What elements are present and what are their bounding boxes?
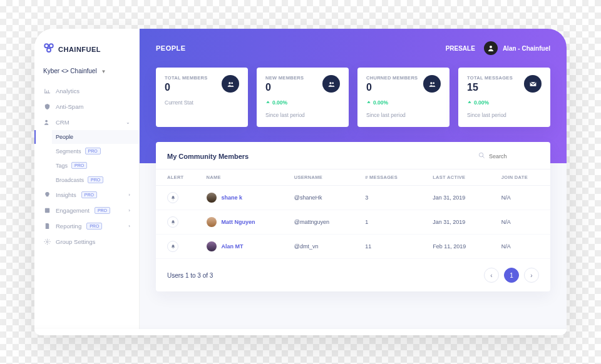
arrow-up-icon [265, 100, 270, 105]
chevron-right-icon: › [128, 208, 130, 213]
member-avatar [207, 241, 217, 251]
bell-icon[interactable] [167, 241, 178, 252]
subnav-tags[interactable]: TagsPRO [52, 158, 139, 173]
svg-rect-4 [44, 208, 49, 213]
nav-label: Group Settings [56, 238, 95, 245]
user-name[interactable]: Alan - Chainfuel [503, 45, 550, 52]
gear-icon [43, 238, 51, 245]
subnav-people[interactable]: People [52, 130, 139, 144]
svg-point-3 [45, 120, 48, 123]
shield-icon [43, 103, 51, 110]
col-alert: ALERT [156, 169, 195, 186]
stat-trend: 0.00% [467, 99, 542, 106]
member-last-active: Jan 31, 2019 [421, 186, 490, 210]
users-icon [222, 75, 239, 93]
chart-icon [43, 88, 51, 94]
page-next-button[interactable]: › [524, 268, 539, 283]
document-icon [43, 223, 51, 230]
nav-label: CRM [56, 119, 69, 126]
member-last-active: Feb 11, 2019 [421, 235, 490, 259]
arrow-up-icon [467, 100, 472, 105]
nav-reporting[interactable]: Reporting PRO › [34, 218, 139, 234]
col-last-active: LAST ACTIVE [421, 169, 490, 186]
member-name[interactable]: Alan MT [222, 243, 244, 250]
nav-engagement[interactable]: Engagement PRO › [34, 203, 139, 218]
subnav-segments[interactable]: SegmentsPRO [52, 144, 139, 158]
pro-badge: PRO [95, 207, 110, 214]
member-username: @dmt_vn [283, 235, 354, 259]
stat-sub: Since last period [467, 112, 542, 118]
members-panel: My Community Members ALERT NAME USERNAME… [156, 142, 550, 291]
stat-label: TOTAL MESSAGES [467, 75, 513, 81]
arrow-up-icon [366, 100, 371, 105]
users-icon [322, 75, 340, 93]
svg-point-0 [44, 44, 48, 48]
svg-point-11 [430, 82, 432, 84]
col-username: USERNAME [283, 169, 354, 186]
member-messages: 11 [354, 235, 421, 259]
sidebar: CHAINFUEL Kyber <> Chainfuel ▼ Analytics… [34, 29, 140, 335]
stat-value: 0 [165, 82, 208, 93]
stats-row: TOTAL MEMBERS 0 Current Stat NEW MEMBERS… [140, 68, 567, 127]
bell-icon[interactable] [167, 216, 178, 228]
nav-label: Anti-Spam [56, 103, 83, 110]
bell-icon[interactable] [167, 192, 178, 203]
svg-point-13 [479, 153, 483, 156]
panel-title: My Community Members [167, 153, 249, 160]
member-avatar [207, 193, 217, 203]
search-input[interactable] [489, 153, 539, 159]
members-table: ALERT NAME USERNAME # MESSAGES LAST ACTI… [156, 169, 550, 259]
lightbulb-icon [43, 191, 51, 198]
nav-antispam[interactable]: Anti-Spam [34, 99, 139, 114]
topbar: PEOPLE PRESALE Alan - Chainfuel [140, 29, 567, 68]
nav-analytics[interactable]: Analytics [34, 83, 139, 99]
member-messages: 3 [354, 186, 421, 210]
table-row[interactable]: shane k @shaneHk 3 Jan 31, 2019 N/A [156, 186, 550, 210]
member-username: @shaneHk [283, 186, 354, 210]
table-row[interactable]: Alan MT @dmt_vn 11 Feb 11, 2019 N/A [156, 235, 550, 259]
search-box[interactable] [478, 152, 539, 160]
workspace-selector[interactable]: Kyber <> Chainfuel ▼ [34, 68, 139, 83]
svg-point-7 [229, 82, 230, 84]
presale-link[interactable]: PRESALE [446, 45, 475, 52]
svg-point-9 [329, 82, 331, 84]
svg-point-10 [332, 82, 334, 84]
stat-value: 0 [265, 82, 304, 93]
chevron-down-icon: ⌄ [126, 119, 130, 125]
workspace-name: Kyber <> Chainfuel [43, 68, 97, 74]
nav-crm[interactable]: CRM ⌄ [34, 114, 139, 130]
table-row[interactable]: Matt Nguyen @mattnguyen 1 Jan 31, 2019 N… [156, 210, 550, 235]
subnav-broadcasts[interactable]: BroadcastsPRO [52, 173, 139, 187]
stat-label: CHURNED MEMBERS [366, 75, 418, 81]
stat-trend: 0.00% [366, 99, 441, 106]
member-avatar [207, 217, 217, 227]
subnav-label: Broadcasts [56, 177, 84, 183]
member-join-date: N/A [490, 210, 550, 235]
stat-churned-members: CHURNED MEMBERS 0 0.00% Since last perio… [357, 68, 449, 127]
stat-label: NEW MEMBERS [265, 75, 304, 81]
nav-label: Engagement [56, 207, 90, 214]
member-name[interactable]: Matt Nguyen [222, 219, 255, 225]
stat-sub: Since last period [265, 112, 340, 118]
page-number-button[interactable]: 1 [504, 268, 519, 283]
user-avatar[interactable] [484, 41, 498, 55]
pro-badge: PRO [88, 176, 103, 183]
pro-badge: PRO [81, 191, 97, 198]
stat-value: 15 [467, 82, 513, 93]
users-icon [43, 119, 51, 126]
page-prev-button[interactable]: ‹ [484, 268, 499, 283]
users-icon [423, 75, 441, 93]
caret-down-icon: ▼ [101, 69, 106, 74]
trend-value: 0.00% [373, 99, 388, 106]
chevron-right-icon: › [128, 192, 130, 198]
svg-point-5 [46, 241, 48, 243]
nav-group-settings[interactable]: Group Settings [34, 234, 139, 250]
stat-value: 0 [366, 82, 418, 93]
brand: CHAINFUEL [34, 43, 139, 68]
pro-badge: PRO [86, 223, 102, 230]
nav-insights[interactable]: Insights PRO › [34, 187, 139, 203]
member-last-active: Jan 31, 2019 [421, 210, 490, 235]
stat-sub: Since last period [366, 112, 441, 118]
member-name[interactable]: shane k [222, 195, 243, 201]
subnav-label: People [56, 134, 73, 140]
